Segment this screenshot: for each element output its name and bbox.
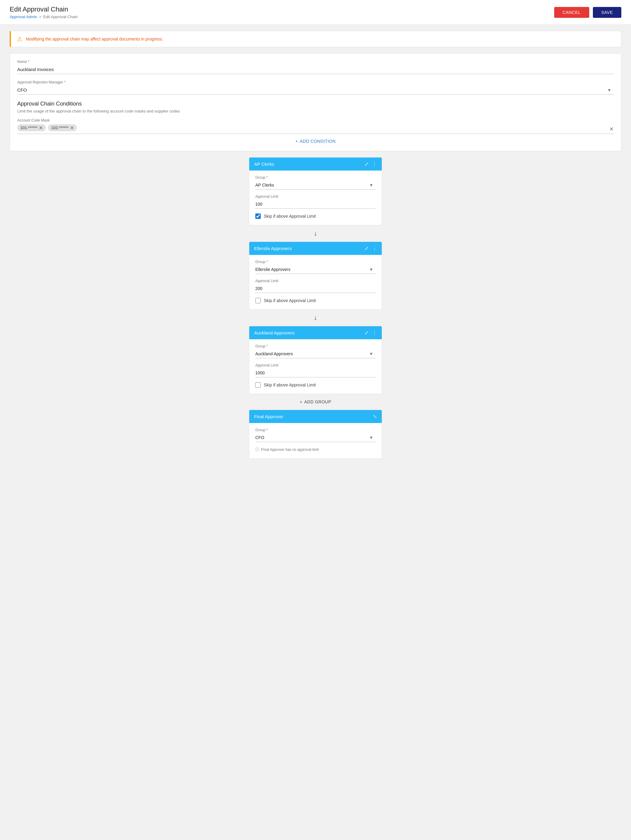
warning-text: Modifying the approval chain may affect … — [26, 36, 163, 41]
ap-clerks-group-select-wrapper: AP Clerks ▼ — [255, 181, 376, 189]
auckland-skip-row: Skip if above Approval Limit — [255, 382, 376, 388]
ellerslie-limit-label: Approval Limit — [255, 279, 376, 283]
tag-chip-1: 101-****** ✕ — [17, 124, 46, 131]
ellerslie-limit-input[interactable] — [255, 284, 376, 293]
breadcrumb: Approval Admin > Edit Approval Chain — [9, 14, 78, 19]
final-group-select[interactable]: CFO — [255, 433, 376, 442]
conditions-title: Approval Chain Conditions — [17, 101, 614, 107]
tags-clear-icon[interactable]: ✕ — [609, 126, 614, 133]
auckland-limit-field: Approval Limit — [255, 363, 376, 377]
approval-groups: AP Clerks ⤢ ⋮ Group * AP Clerks ▼ — [9, 157, 622, 459]
auckland-collapse-icon[interactable]: ⤢ — [364, 330, 368, 336]
final-approver-note: ⓘ Final Approver has no approval limit — [255, 447, 376, 452]
final-approver-note-text: Final Approver has no approval limit — [261, 447, 319, 452]
add-group-button[interactable]: + ADD GROUP — [300, 399, 331, 404]
ap-clerks-limit-label: Approval Limit — [255, 194, 376, 199]
name-input[interactable] — [17, 65, 614, 74]
main-content: ⚠ Modifying the approval chain may affec… — [0, 25, 631, 465]
ellerslie-group-label: Group * — [255, 260, 376, 264]
final-group-select-wrapper: CFO ▼ — [255, 433, 376, 442]
auckland-group-select[interactable]: Auckland Approvers — [255, 349, 376, 358]
ellerslie-limit-field: Approval Limit — [255, 279, 376, 293]
auckland-group-select-wrapper: Auckland Approvers ▼ — [255, 349, 376, 358]
approval-card-ap-clerks: AP Clerks ⤢ ⋮ Group * AP Clerks ▼ — [249, 157, 382, 225]
arrow-down-2: ↓ — [314, 309, 317, 326]
ellerslie-header-actions: ⤢ ⋮ — [364, 246, 377, 251]
rejection-manager-field: Approval Rejection Manager * CFO ▼ — [17, 80, 614, 95]
add-condition-plus: + — [295, 139, 298, 144]
ap-clerks-header: AP Clerks ⤢ ⋮ — [249, 158, 382, 171]
breadcrumb-current: Edit Approval Chain — [43, 14, 78, 19]
breadcrumb-parent[interactable]: Approval Admin — [9, 14, 37, 19]
ellerslie-body: Group * Ellerslie Approvers ▼ Approval L… — [249, 255, 382, 309]
ap-clerks-limit-input[interactable] — [255, 200, 376, 208]
auckland-group-field: Group * Auckland Approvers ▼ — [255, 344, 376, 358]
page-header: Edit Approval Chain Approval Admin > Edi… — [0, 0, 631, 25]
ellerslie-group-field: Group * Ellerslie Approvers ▼ — [255, 260, 376, 274]
tag-value-1: 101-****** — [20, 125, 37, 130]
tag-chip-2: 102-****** ✕ — [48, 124, 76, 131]
rejection-manager-label: Approval Rejection Manager * — [17, 80, 614, 84]
add-condition-button[interactable]: + ADD CONDITION — [295, 139, 335, 144]
auckland-limit-input[interactable] — [255, 369, 376, 377]
ap-clerks-group-select[interactable]: AP Clerks — [255, 181, 376, 189]
header-left: Edit Approval Chain Approval Admin > Edi… — [9, 5, 78, 19]
final-body: Group * CFO ▼ ⓘ Final Approver has no ap… — [249, 423, 382, 458]
auckland-skip-checkbox[interactable] — [255, 382, 261, 388]
save-button[interactable]: SAVE — [593, 7, 622, 18]
final-header-actions: ⤡ — [373, 414, 377, 419]
add-group-label: ADD GROUP — [304, 399, 331, 404]
ellerslie-group-select-wrapper: Ellerslie Approvers ▼ — [255, 265, 376, 274]
ellerslie-more-icon[interactable]: ⋮ — [372, 246, 377, 251]
final-collapse-icon[interactable]: ⤡ — [373, 414, 377, 419]
name-field: Name * — [17, 60, 614, 74]
warning-bar: ⚠ Modifying the approval chain may affec… — [9, 31, 622, 47]
auckland-skip-label: Skip if above Approval Limit — [264, 382, 316, 387]
ap-clerks-title: AP Clerks — [254, 161, 274, 167]
ap-clerks-limit-field: Approval Limit — [255, 194, 376, 208]
ellerslie-group-select[interactable]: Ellerslie Approvers — [255, 265, 376, 274]
ap-clerks-skip-label: Skip if above Approval Limit — [264, 214, 316, 219]
info-icon: ⓘ — [255, 447, 259, 452]
ap-clerks-skip-row: Skip if above Approval Limit — [255, 213, 376, 219]
approval-card-ellerslie: Ellerslie Approvers ⤢ ⋮ Group * Ellersli… — [249, 242, 382, 309]
ellerslie-skip-label: Skip if above Approval Limit — [264, 298, 316, 303]
auckland-header-actions: ⤢ ⋮ — [364, 330, 377, 336]
header-actions: CANCEL SAVE — [554, 7, 622, 18]
auckland-title: Auckland Approvers — [254, 330, 294, 335]
final-header: Final Approver ⤡ — [249, 410, 382, 423]
account-code-label: Account Code Mask — [17, 118, 614, 122]
ellerslie-collapse-icon[interactable]: ⤢ — [364, 246, 368, 251]
auckland-body: Group * Auckland Approvers ▼ Approval Li… — [249, 339, 382, 394]
warning-icon: ⚠ — [17, 35, 22, 43]
ap-clerks-more-icon[interactable]: ⋮ — [372, 161, 377, 167]
cancel-button[interactable]: CANCEL — [554, 7, 589, 18]
approval-card-final: Final Approver ⤡ Group * CFO ▼ ⓘ — [249, 410, 382, 459]
ap-clerks-collapse-icon[interactable]: ⤢ — [364, 161, 368, 167]
final-group-label: Group * — [255, 428, 376, 432]
ellerslie-header: Ellerslie Approvers ⤢ ⋮ — [249, 242, 382, 255]
tag-remove-1[interactable]: ✕ — [39, 126, 43, 130]
auckland-group-label: Group * — [255, 344, 376, 348]
ap-clerks-body: Group * AP Clerks ▼ Approval Limit Skip … — [249, 171, 382, 225]
add-condition-row: + ADD CONDITION — [17, 134, 614, 145]
final-group-field: Group * CFO ▼ — [255, 428, 376, 442]
ellerslie-skip-row: Skip if above Approval Limit — [255, 298, 376, 303]
conditions-section: Approval Chain Conditions Limit the usag… — [17, 101, 614, 134]
ap-clerks-header-actions: ⤢ ⋮ — [364, 161, 377, 167]
auckland-more-icon[interactable]: ⋮ — [372, 330, 377, 336]
add-group-plus: + — [300, 399, 302, 404]
page-title: Edit Approval Chain — [9, 5, 78, 13]
ellerslie-title: Ellerslie Approvers — [254, 246, 292, 251]
ellerslie-skip-checkbox[interactable] — [255, 298, 261, 303]
ap-clerks-group-label: Group * — [255, 175, 376, 180]
conditions-desc: Limit the usage of the approval chain to… — [17, 109, 614, 114]
rejection-manager-select-wrapper: CFO ▼ — [17, 85, 614, 95]
ap-clerks-skip-checkbox[interactable] — [255, 213, 261, 219]
form-section: Name * Approval Rejection Manager * CFO … — [9, 53, 622, 151]
breadcrumb-separator: > — [39, 14, 41, 19]
arrow-down-1: ↓ — [314, 225, 317, 242]
rejection-manager-select[interactable]: CFO — [17, 85, 614, 94]
final-title: Final Approver — [254, 414, 283, 419]
tag-remove-2[interactable]: ✕ — [70, 126, 74, 130]
